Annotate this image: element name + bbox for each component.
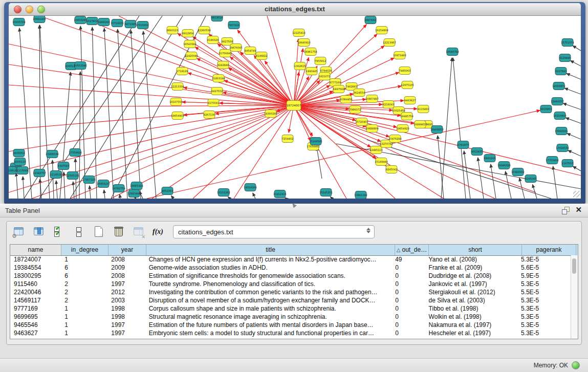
close-panel-icon[interactable]: ✕ (575, 206, 582, 214)
graph-node[interactable]: 6671385 (125, 20, 136, 28)
graph-node[interactable]: 9051353 (162, 187, 173, 195)
graph-node[interactable]: 1527602 (86, 17, 98, 25)
graph-node[interactable]: 17703454 (546, 157, 558, 164)
column-header-year[interactable]: year (108, 245, 146, 255)
graph-node[interactable]: 3624554 (354, 89, 365, 97)
graph-node[interactable]: 15145251 (319, 189, 332, 196)
graph-node[interactable]: 10131262 (217, 189, 230, 196)
graph-node[interactable]: 18640910 (297, 39, 310, 47)
graph-node[interactable]: 17016534 (556, 144, 569, 152)
graph-node[interactable]: 8186328 (207, 36, 219, 44)
graph-node[interactable]: 16782759 (112, 185, 125, 192)
table-row[interactable]: 911546021997Tourette syndrome. Phenomeno… (10, 280, 571, 288)
graph-node[interactable]: 12444157 (551, 98, 563, 105)
graph-node[interactable]: 20364456 (339, 96, 352, 103)
graph-node[interactable]: 4170041 (208, 99, 219, 107)
graph-node[interactable]: 22260538 (198, 27, 210, 34)
graph-node[interactable]: 9245045 (525, 175, 536, 183)
graph-node[interactable]: 20553346 (74, 62, 86, 70)
table-row[interactable]: 969969511998Structural magnetic resonanc… (10, 313, 571, 321)
graph-node[interactable]: 15149444 (375, 158, 387, 166)
graph-node[interactable]: 12485113 (369, 146, 382, 154)
graph-node[interactable]: 8941243 (484, 155, 495, 162)
graph-node[interactable]: 10807487 (365, 95, 378, 103)
graph-node[interactable]: 9115460 (418, 105, 429, 113)
graph-node[interactable]: 12342757 (33, 169, 46, 177)
graph-node[interactable]: 15751074 (561, 39, 574, 47)
graph-node[interactable]: 1115688 (17, 167, 28, 174)
graph-node[interactable]: 16958107 (97, 180, 110, 188)
memory-status-indicator[interactable] (572, 361, 580, 369)
graph-node[interactable]: 6791975 (458, 141, 469, 149)
float-panel-icon[interactable] (562, 207, 570, 214)
graph-node[interactable]: 18665324 (130, 182, 143, 190)
show-columns-icon[interactable] (33, 226, 45, 237)
column-header-outde[interactable]: △out_de… (395, 245, 429, 255)
table-selector-dropdown[interactable]: citations_edges.txt (173, 225, 375, 238)
graph-node[interactable]: 8813014 (211, 16, 223, 21)
table-row[interactable]: 946554611997Estimation of the future num… (10, 321, 571, 329)
graph-node[interactable]: 12213334 (171, 83, 184, 91)
graph-node[interactable]: 15720407 (355, 118, 368, 126)
column-header-short[interactable]: short (429, 245, 522, 255)
graph-node[interactable]: 15144545 (309, 138, 322, 145)
graph-node[interactable]: 16543342 (183, 40, 196, 48)
graph-node[interactable]: 7986372 (350, 106, 361, 114)
graph-node[interactable]: 10476294 (388, 135, 401, 143)
selection-mode-icon[interactable]: ✔✔ (53, 226, 65, 237)
graph-node[interactable]: 17359924 (69, 149, 81, 157)
table-row[interactable]: 1938455462009Genome-wide association stu… (10, 264, 571, 272)
column-header-indegree[interactable]: in_degree (61, 245, 108, 255)
graph-node[interactable]: 12505135 (66, 172, 79, 180)
graph-node[interactable]: 7485063 (399, 67, 410, 75)
graph-node[interactable]: 12923448 (127, 190, 140, 198)
graph-node[interactable]: 19314164 (244, 184, 256, 191)
graph-node[interactable]: 1167533 (562, 160, 573, 167)
graph-node[interactable]: 18300295 (264, 110, 277, 118)
network-canvas[interactable]: 1872400786601238912954222605381654334281… (9, 16, 581, 199)
graph-node[interactable]: 16961758 (304, 48, 317, 56)
graph-node[interactable]: 16648784 (446, 48, 459, 56)
graph-node[interactable]: 7515350 (137, 21, 148, 29)
window-title-bar[interactable]: citations_edges.txt (9, 3, 581, 16)
graph-node[interactable]: 12093872 (552, 82, 565, 90)
graph-node[interactable]: 31756845 (219, 50, 231, 57)
graph-node[interactable]: 1621072 (319, 73, 330, 80)
table-row[interactable]: 977716911998Corpus callosum shape and si… (10, 304, 571, 313)
graph-node[interactable]: 2605053 (13, 149, 25, 157)
graph-node[interactable]: 10973493 (393, 52, 406, 59)
table-row[interactable]: 1456911722003Disruption of a novel membe… (10, 296, 571, 304)
graph-node[interactable]: 29676045 (229, 44, 242, 52)
graph-node[interactable]: 16154808 (375, 27, 388, 34)
graph-node[interactable]: 9245042 (386, 166, 397, 173)
graph-node[interactable]: 16409553 (430, 126, 443, 134)
graph-node[interactable]: 8454749 (245, 47, 256, 55)
graph-node[interactable]: 19155724 (12, 18, 25, 26)
graph-node[interactable]: 10924502 (511, 168, 524, 176)
table-vertical-scrollbar[interactable] (571, 255, 578, 339)
graph-hub-node[interactable]: 18724007 (287, 101, 301, 111)
network-view-window[interactable]: citations_edges.txt 18724007866012389129… (4, 2, 585, 204)
graph-node[interactable]: 15692931 (555, 127, 568, 135)
graph-node[interactable]: 16899657 (413, 121, 426, 128)
graph-node[interactable]: 19654903 (171, 112, 184, 120)
window-resize-grip[interactable] (573, 191, 580, 198)
graph-node[interactable]: 9397587 (58, 162, 69, 170)
create-column-icon[interactable] (93, 226, 105, 237)
column-header-name[interactable]: name (10, 245, 61, 255)
graph-node[interactable]: 6466160 (98, 18, 110, 26)
column-header-pagerank[interactable]: pagerank (522, 245, 576, 255)
function-builder-icon[interactable]: f(x) (153, 226, 163, 237)
graph-node[interactable]: 1990445 (306, 68, 317, 75)
graph-node[interactable]: 8912954 (182, 30, 193, 37)
table-row[interactable]: 1872400712008Changes of HCN gene express… (10, 255, 571, 264)
column-header-title[interactable]: title (146, 245, 395, 255)
graph-node[interactable]: 7254402 (282, 135, 293, 143)
graph-node[interactable]: 6216043 (383, 101, 394, 108)
graph-node[interactable]: 20691406 (33, 16, 46, 23)
table-row[interactable]: 1830029562008Estimation of significance … (10, 272, 571, 280)
graph-node[interactable]: 16210643 (553, 112, 566, 120)
graph-node[interactable]: 12975105 (401, 81, 413, 89)
graph-node[interactable]: 16107550 (169, 98, 182, 106)
graph-node[interactable]: 9463627 (404, 97, 416, 104)
